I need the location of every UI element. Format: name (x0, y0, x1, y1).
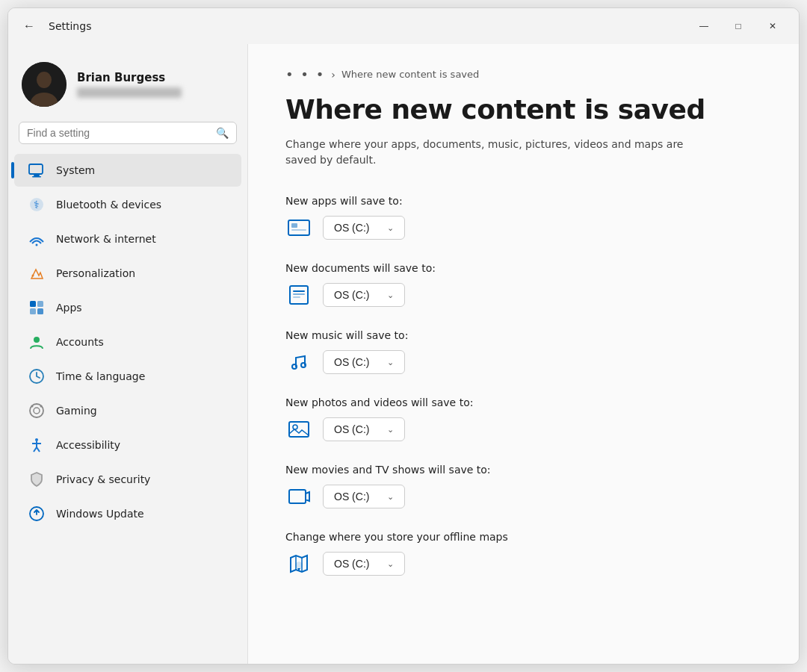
svg-rect-28 (291, 229, 306, 231)
sidebar-item-label-personalization: Personalization (56, 267, 135, 279)
photos-save-dropdown[interactable]: OS (C:) ⌄ (323, 417, 405, 441)
sidebar-item-label-accessibility: Accessibility (56, 439, 120, 451)
user-name: Brian Burgess (77, 71, 182, 84)
search-box[interactable]: 🔍 (19, 122, 237, 144)
setting-row-documents: New documents will save to: OS (C:) ⌄ (285, 262, 761, 308)
movies-save-value: OS (C:) (334, 491, 369, 503)
sidebar-item-label-gaming: Gaming (56, 405, 97, 417)
back-button[interactable]: ← (17, 14, 41, 38)
music-save-dropdown[interactable]: OS (C:) ⌄ (323, 350, 405, 374)
personalization-icon (28, 264, 46, 282)
setting-row-movies: New movies and TV shows will save to: OS… (285, 464, 761, 510)
sidebar-item-apps[interactable]: Apps (14, 291, 241, 324)
page-title: Where new content is saved (285, 94, 761, 125)
breadcrumb-chevron: › (331, 69, 336, 81)
sidebar-item-time[interactable]: Time & language (14, 360, 241, 393)
svg-rect-26 (288, 220, 309, 235)
setting-row-music: New music will save to: OS (C:) ⌄ (285, 329, 761, 376)
apps-save-value: OS (C:) (334, 222, 369, 234)
sidebar-item-network[interactable]: Network & internet (14, 223, 241, 255)
titlebar-title: Settings (49, 20, 91, 32)
sidebar-item-bluetooth[interactable]: ⚕ Bluetooth & devices (14, 188, 241, 221)
content-area: Brian Burgess 🔍 System (8, 44, 799, 664)
sidebar-item-privacy[interactable]: Privacy & security (14, 463, 241, 496)
svg-text:⚕: ⚕ (34, 199, 40, 211)
breadcrumb-current: Where new content is saved (341, 69, 479, 80)
user-email (77, 87, 182, 98)
setting-label-documents: New documents will save to: (285, 262, 761, 274)
svg-rect-11 (37, 301, 43, 307)
setting-control-movies: OS (C:) ⌄ (285, 483, 761, 510)
close-button[interactable]: ✕ (755, 14, 790, 38)
minimize-button[interactable]: — (687, 14, 721, 38)
apps-save-dropdown[interactable]: OS (C:) ⌄ (323, 216, 405, 240)
titlebar: ← Settings — □ ✕ (8, 8, 799, 44)
sidebar-item-label-accounts: Accounts (56, 336, 104, 348)
photos-save-chevron: ⌄ (387, 425, 394, 435)
music-save-icon (285, 349, 312, 376)
svg-point-19 (40, 405, 43, 408)
svg-point-17 (34, 408, 40, 414)
sidebar-item-label-network: Network & internet (56, 233, 156, 245)
sidebar-item-label-system: System (56, 164, 95, 176)
maximize-button[interactable]: □ (721, 14, 755, 38)
svg-rect-31 (293, 293, 305, 295)
setting-row-photos: New photos and videos will save to: OS (… (285, 396, 761, 443)
maps-save-icon (285, 550, 312, 577)
svg-rect-32 (293, 296, 300, 298)
setting-row-maps: Change where you store your offline maps… (285, 531, 761, 577)
setting-control-music: OS (C:) ⌄ (285, 349, 761, 376)
sidebar-item-personalization[interactable]: Personalization (14, 257, 241, 290)
user-info: Brian Burgess (77, 71, 182, 98)
svg-point-40 (296, 562, 302, 568)
breadcrumb: • • • › Where new content is saved (285, 66, 761, 82)
svg-point-14 (34, 337, 40, 343)
setting-label-movies: New movies and TV shows will save to: (285, 464, 761, 476)
sidebar-item-accessibility[interactable]: Accessibility (14, 429, 241, 461)
window-controls: — □ ✕ (687, 14, 790, 38)
sidebar: Brian Burgess 🔍 System (8, 44, 247, 664)
svg-line-24 (37, 447, 40, 452)
setting-row-apps: New apps will save to: OS (C:) ⌄ (285, 195, 761, 241)
sidebar-item-accounts[interactable]: Accounts (14, 326, 241, 358)
accounts-icon (28, 333, 46, 351)
avatar (22, 62, 67, 107)
gaming-icon (28, 402, 46, 420)
setting-label-photos: New photos and videos will save to: (285, 396, 761, 408)
svg-point-18 (31, 405, 34, 408)
maps-save-chevron: ⌄ (387, 559, 394, 569)
svg-rect-5 (32, 176, 41, 178)
setting-label-apps: New apps will save to: (285, 195, 761, 207)
apps-save-icon (285, 214, 312, 241)
sidebar-item-label-bluetooth: Bluetooth & devices (56, 199, 161, 211)
sidebar-item-system[interactable]: System (14, 154, 241, 187)
page-description: Change where your apps, documents, music… (285, 137, 704, 168)
setting-control-photos: OS (C:) ⌄ (285, 416, 761, 443)
setting-control-documents: OS (C:) ⌄ (285, 281, 761, 308)
svg-rect-10 (30, 301, 36, 307)
svg-rect-12 (30, 308, 36, 314)
svg-point-20 (35, 438, 38, 441)
music-save-chevron: ⌄ (387, 358, 394, 367)
settings-window: ← Settings — □ ✕ Br (7, 7, 800, 665)
network-icon (28, 230, 46, 248)
bluetooth-icon: ⚕ (28, 196, 46, 214)
main-content: • • • › Where new content is saved Where… (247, 44, 799, 664)
time-icon (28, 367, 46, 385)
sidebar-item-label-time: Time & language (56, 370, 145, 382)
svg-rect-27 (291, 223, 297, 228)
documents-save-dropdown[interactable]: OS (C:) ⌄ (323, 283, 405, 307)
sidebar-item-windows-update[interactable]: Windows Update (14, 497, 241, 530)
svg-point-9 (32, 275, 34, 277)
breadcrumb-dots[interactable]: • • • (285, 66, 325, 82)
setting-control-maps: OS (C:) ⌄ (285, 550, 761, 577)
svg-point-33 (292, 364, 297, 369)
maps-save-dropdown[interactable]: OS (C:) ⌄ (323, 552, 405, 576)
setting-label-maps: Change where you store your offline maps (285, 531, 761, 543)
search-input[interactable] (27, 127, 210, 139)
movies-save-dropdown[interactable]: OS (C:) ⌄ (323, 485, 405, 508)
music-save-value: OS (C:) (334, 356, 369, 368)
titlebar-left: ← Settings (17, 14, 91, 38)
sidebar-item-gaming[interactable]: Gaming (14, 394, 241, 427)
svg-rect-3 (29, 164, 43, 174)
